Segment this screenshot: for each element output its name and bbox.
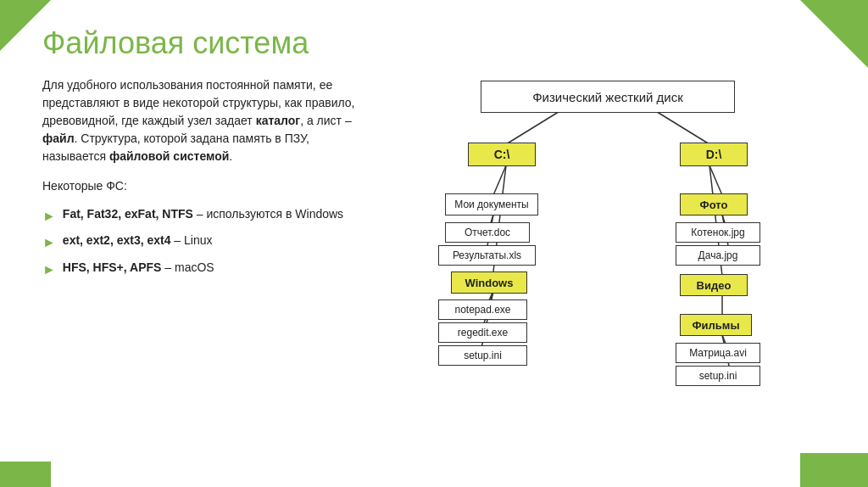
bullet-arrow-icon: ► [42,260,56,279]
otchet-doc-box: Отчет.doc [445,222,530,243]
svg-line-0 [506,110,561,144]
svg-line-1 [654,110,709,144]
left-panel: Для удобного использования постоянной па… [42,76,373,462]
my-documents-box: Мои документы [445,193,538,216]
list-item: ► ext, ext2, ext3, ext4 – Linux [42,232,373,252]
right-panel: Физический жесткий диск C:\ D:\ Мои доку… [398,76,826,462]
regedit-box: regedit.exe [438,322,527,343]
description-text: Для удобного использования постоянной па… [42,76,373,165]
kotenok-box: Котенок.jpg [676,222,760,243]
matrica-box: Матрица.avi [676,343,760,363]
d-drive-box: D:\ [680,143,748,166]
bullet-arrow-icon: ► [42,233,56,252]
content-area: Для удобного использования постоянной па… [42,76,826,462]
page-title: Файловая система [42,25,826,61]
rezultaty-xls-box: Результаты.xls [438,245,536,266]
windows-box: Windows [451,271,527,294]
setup-ini-c-box: setup.ini [438,345,527,366]
bullet-text: HFS, HFS+, APFS – macOS [63,260,214,277]
bullet-text: Fat, Fat32, exFat, NTFS – используются в… [63,206,343,223]
list-item: ► Fat, Fat32, exFat, NTFS – используются… [42,206,373,226]
list-item: ► HFS, HFS+, APFS – macOS [42,260,373,279]
some-fs-label: Некоторые ФС: [42,179,373,193]
video-box: Видео [680,274,748,296]
page-container: Файловая система Для удобного использова… [0,0,868,487]
setup-ini-d-box: setup.ini [676,366,760,386]
filmy-box: Фильмы [680,314,752,336]
physical-disk-box: Физический жесткий диск [481,81,735,113]
bullet-text: ext, ext2, ext3, ext4 – Linux [63,232,213,249]
c-drive-box: C:\ [468,143,536,166]
bullet-list: ► Fat, Fat32, exFat, NTFS – используются… [42,206,373,279]
dacha-box: Дача.jpg [676,245,760,266]
svg-line-2 [493,165,506,195]
notepad-box: notepad.exe [438,299,527,320]
diagram: Физический жесткий диск C:\ D:\ Мои доку… [430,76,794,441]
bullet-arrow-icon: ► [42,207,56,226]
svg-line-9 [709,165,722,195]
photo-box: Фото [680,193,748,216]
